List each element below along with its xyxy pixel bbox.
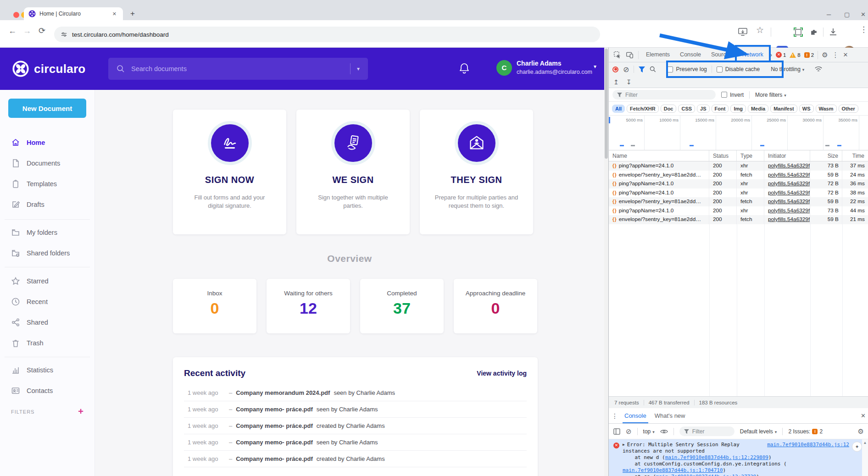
window-minimize-icon[interactable]: ─ [827,11,831,18]
devtools-close-icon[interactable]: ✕ [843,51,848,58]
inspect-element-icon[interactable] [613,51,621,59]
activity-row[interactable]: 1 week ago – Company memo- práce.pdf cre… [184,418,527,434]
clear-console-icon[interactable]: ⊘ [626,427,632,436]
request-type-chip[interactable]: CSS [678,105,695,113]
user-avatar[interactable]: C [496,60,512,76]
activity-row[interactable]: 1 week ago – Company memorandum 2024.pdf… [184,385,527,401]
request-name[interactable]: { }envelope/?sentry_key=81ae2dd… [609,197,709,206]
they-sign-card[interactable]: THEY SIGN Prepare for multiple parties a… [420,110,533,234]
error-source-link[interactable]: main.7ef9010e8837d44b.js:12 [767,442,849,448]
page-scrollbar[interactable] [604,48,608,476]
search-input[interactable]: Search documents ▾ [108,58,368,80]
request-name[interactable]: { }ping?appName=24.1.0 [609,161,709,171]
request-name[interactable]: { }ping?appName=24.1.0 [609,179,709,188]
stat-card[interactable]: Completed 37 [360,279,444,333]
invert-filter-checkbox[interactable]: Invert [721,92,744,98]
request-type-chip[interactable]: JS [697,105,709,113]
stat-card[interactable]: Inbox 0 [173,279,256,333]
request-type-chip[interactable]: Font [712,105,729,113]
network-request-row[interactable]: { }envelope/?sentry_key=81ae2dd… 200 fet… [609,215,868,224]
console-sidebar-icon[interactable] [613,428,620,435]
request-name[interactable]: { }ping?appName=24.1.0 [609,206,709,216]
activity-row[interactable]: 1 week ago – Company memo- práce.pdf see… [184,401,527,418]
network-overview-timeline[interactable]: 5000 ms 10000 ms 15000 ms 20000 ms 25000… [609,116,868,150]
sidebar-item-templates[interactable]: Templates [0,173,95,194]
clear-network-log-icon[interactable]: ⊘ [623,65,629,74]
request-initiator-link[interactable]: polyfills.54a6329f5 [764,188,810,198]
activity-row[interactable]: 1 week ago – Company memo- práce.pdf cre… [184,451,527,467]
drawer-menu-icon[interactable]: ⋮ [612,412,618,420]
request-type-chip[interactable]: Wasm [816,105,837,113]
network-request-row[interactable]: { }ping?appName=24.1.0 200 xhr polyfills… [609,188,868,198]
scroll-up-icon[interactable]: ▲ [863,441,867,445]
export-har-icon[interactable]: ↧ [626,78,632,86]
site-info-icon[interactable] [61,31,67,38]
record-network-log-icon[interactable] [612,66,618,72]
devtools-menu-icon[interactable]: ⋮ [832,51,839,59]
drawer-tab-whats-new[interactable]: What's new [653,408,687,423]
sidebar-item-starred[interactable]: Starred [0,271,95,291]
reload-button[interactable]: ⟳ [39,27,45,35]
log-levels-dropdown[interactable]: Default levels▾ [740,428,777,435]
activity-file[interactable]: Company memorandum 2024.pdf [236,389,330,396]
tab-close-icon[interactable]: ✕ [111,10,118,18]
drawer-tab-console[interactable]: Console [623,408,648,423]
sidebar-item-shared-folders[interactable]: Shared folders [0,243,95,263]
sidebar-item-shared[interactable]: Shared [0,312,95,332]
request-initiator-link[interactable]: polyfills.54a6329f5 [764,161,810,171]
request-name[interactable]: { }envelope/?sentry_key=81ae2dd… [609,215,709,224]
extensions-puzzle-icon[interactable] [809,28,818,37]
we-sign-card[interactable]: WE SIGN Sign together with multiple part… [296,110,410,234]
user-menu-chevron-icon[interactable]: ▾ [594,63,596,70]
network-request-row[interactable]: { }ping?appName=24.1.0 200 xhr polyfills… [609,179,868,188]
activity-file[interactable]: Company memo- práce.pdf [236,455,313,462]
request-name[interactable]: { }ping?appName=24.1.0 [609,188,709,198]
issues-counter[interactable]: 2 Issues: ! 2 [788,428,823,435]
errors-badge[interactable]: ✕1 [776,52,786,58]
stack-frame-link[interactable]: main.7ef9010e8837d44b.js:12:229809 [665,454,768,460]
request-initiator-link[interactable]: polyfills.54a6329f5 [764,206,810,216]
browser-menu-icon[interactable]: ⋮ [860,25,868,34]
bookmark-star-icon[interactable]: ☆ [756,25,764,35]
request-name[interactable]: { }envelope/?sentry_key=81ae2dd… [609,171,709,180]
search-filter-dropdown[interactable]: ▾ [350,63,360,74]
sign-now-card[interactable]: SIGN NOW Fill out forms and add your dig… [173,110,286,234]
request-type-chip[interactable]: Media [748,105,768,113]
devtools-tab-elements[interactable]: Elements [641,48,674,62]
install-icon[interactable] [738,28,748,37]
console-settings-icon[interactable]: ⚙ [858,427,864,436]
window-close-icon[interactable]: ✕ [861,11,866,18]
forward-button[interactable]: → [23,27,31,35]
screen-capture-icon[interactable] [794,28,803,37]
stat-card[interactable]: Approaching deadline 0 [454,279,537,333]
network-table-header[interactable]: Name Status Type Initiator Size Time [609,150,868,161]
context-dropdown[interactable]: top▾ [643,428,655,435]
app-logo[interactable]: circularo [12,60,86,77]
view-activity-log-link[interactable]: View activity log [477,370,527,377]
drawer-close-icon[interactable]: ✕ [861,412,866,419]
devtools-tab-sources[interactable]: Sources [707,48,737,62]
expand-error-icon[interactable]: ▶ [623,442,625,448]
activity-file[interactable]: Company memo- práce.pdf [236,406,313,413]
warnings-badge[interactable]: !8 [790,52,800,58]
live-expression-eye-icon[interactable] [660,429,668,434]
search-network-icon[interactable] [650,66,656,72]
sidebar-item-my-folders[interactable]: My folders [0,222,95,243]
sidebar-item-drafts[interactable]: Drafts [0,194,95,215]
sidebar-item-contacts[interactable]: Contacts [0,380,95,401]
sidebar-item-home[interactable]: Home [0,132,95,153]
network-request-row[interactable]: { }envelope/?sentry_key=81ae2dd… 200 fet… [609,171,868,180]
filter-funnel-icon[interactable] [639,66,645,72]
window-maximize-icon[interactable]: ▢ [844,11,850,18]
activity-row[interactable]: 1 week ago – Company memo- práce.pdf see… [184,434,527,451]
import-har-icon[interactable]: ↥ [613,78,619,86]
devtools-settings-icon[interactable]: ⚙ [822,51,828,59]
sidebar-item-documents[interactable]: Documents [0,153,95,173]
console-filter-input[interactable]: Filter [679,426,734,436]
traffic-light-close-icon[interactable] [13,12,19,18]
stack-frame-link[interactable]: main.7ef9010e8837d44b.js:1:704710 [623,467,723,473]
network-conditions-icon[interactable] [814,66,823,72]
sidebar-item-statistics[interactable]: Statistics [0,360,95,380]
downloads-icon[interactable] [829,28,838,37]
sidebar-item-trash[interactable]: Trash [0,332,95,353]
